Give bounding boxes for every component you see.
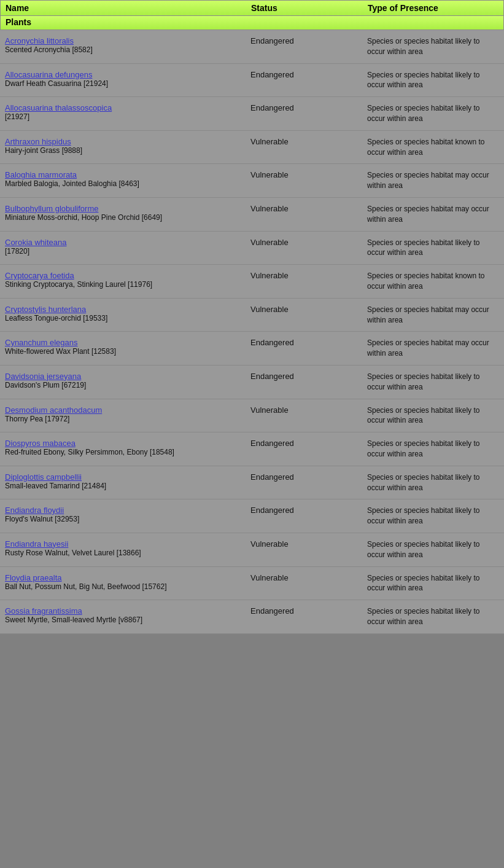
common-name: Ball Nut, Possum Nut, Big Nut, Beefwood …: [5, 582, 241, 591]
presence-cell: Species or species habitat likely to occ…: [362, 101, 504, 127]
presence-cell: Species or species habitat likely to occ…: [362, 369, 504, 395]
status-cell: Endangered: [246, 101, 362, 127]
species-link[interactable]: Acronychia littoralis: [5, 36, 241, 45]
name-cell: Diploglottis campbellii Small-leaved Tam…: [0, 470, 246, 496]
species-link[interactable]: Desmodium acanthodacum: [5, 405, 241, 415]
species-link[interactable]: Cryptostylis hunterlana: [5, 305, 241, 314]
table-row: Cryptostylis hunterlana Leafless Tongue-…: [0, 299, 504, 332]
table-row: Arthraxon hispidus Hairy-joint Grass [98…: [0, 131, 504, 165]
name-cell: Bulbophyllum globuliforme Miniature Moss…: [0, 201, 246, 227]
name-cell: Corokia whiteana [17820]: [0, 235, 246, 261]
table-row: Allocasuarina thalassoscopica [21927] En…: [0, 97, 504, 131]
common-name: Hairy-joint Grass [9888]: [5, 146, 241, 155]
common-name: Rusty Rose Walnut, Velvet Laurel [13866]: [5, 549, 241, 557]
name-cell: Acronychia littoralis Scented Acronychia…: [0, 34, 246, 60]
status-cell: Vulnerable: [246, 571, 362, 596]
name-cell: Allocasuarina thalassoscopica [21927]: [0, 101, 246, 127]
presence-cell: Species or species habitat may occur wit…: [362, 302, 504, 328]
status-cell: Endangered: [246, 68, 362, 93]
status-cell: Vulnerable: [246, 235, 362, 261]
presence-cell: Species or species habitat likely to occ…: [362, 436, 504, 462]
header-name: Name: [1, 1, 246, 15]
species-link[interactable]: Gossia fragrantissima: [5, 606, 241, 616]
species-link[interactable]: Cynanchum elegans: [5, 338, 241, 347]
table-row: Acronychia littoralis Scented Acronychia…: [0, 30, 504, 64]
name-cell: Cryptostylis hunterlana Leafless Tongue-…: [0, 302, 246, 328]
presence-cell: Species or species habitat likely to occ…: [362, 537, 504, 563]
name-cell: Davidsonia jerseyana Davidson's Plum [67…: [0, 369, 246, 395]
plants-table: Name Status Type of Presence Plants Acro…: [0, 0, 504, 634]
species-link[interactable]: Floydia praealta: [5, 573, 241, 582]
table-row: Baloghia marmorata Marbled Balogia, Join…: [0, 164, 504, 198]
name-cell: Gossia fragrantissima Sweet Myrtle, Smal…: [0, 604, 246, 630]
name-cell: Endiandra floydii Floyd's Walnut [32953]: [0, 503, 246, 529]
common-name: Floyd's Walnut [32953]: [5, 515, 241, 523]
name-cell: Arthraxon hispidus Hairy-joint Grass [98…: [0, 135, 246, 160]
presence-cell: Species or species habitat likely to occ…: [362, 235, 504, 261]
table-row: Floydia praealta Ball Nut, Possum Nut, B…: [0, 567, 504, 601]
species-link[interactable]: Allocasuarina defungens: [5, 70, 241, 79]
common-name: Leafless Tongue-orchid [19533]: [5, 314, 241, 323]
status-cell: Endangered: [246, 335, 362, 361]
species-link[interactable]: Allocasuarina thalassoscopica: [5, 103, 241, 112]
name-cell: Endiandra hayesii Rusty Rose Walnut, Vel…: [0, 537, 246, 563]
table-header: Name Status Type of Presence: [0, 0, 504, 16]
common-name: Thorny Pea [17972]: [5, 415, 241, 423]
species-link[interactable]: Bulbophyllum globuliforme: [5, 204, 241, 213]
status-cell: Vulnerable: [246, 201, 362, 227]
status-cell: Vulnerable: [246, 168, 362, 194]
common-name: Stinking Cryptocarya, Stinking Laurel [1…: [5, 280, 241, 289]
header-presence: Type of Presence: [363, 1, 504, 15]
table-body: Acronychia littoralis Scented Acronychia…: [0, 30, 504, 634]
status-cell: Endangered: [246, 604, 362, 630]
presence-cell: Species or species habitat may occur wit…: [362, 335, 504, 361]
species-link[interactable]: Diploglottis campbellii: [5, 472, 241, 482]
common-name: Scented Acronychia [8582]: [5, 45, 241, 54]
species-link[interactable]: Davidsonia jerseyana: [5, 372, 241, 381]
status-cell: Vulnerable: [246, 135, 362, 160]
presence-cell: Species or species habitat likely to occ…: [362, 403, 504, 429]
table-row: Bulbophyllum globuliforme Miniature Moss…: [0, 198, 504, 232]
presence-cell: Species or species habitat likely to occ…: [362, 34, 504, 60]
presence-cell: Species or species habitat known to occu…: [362, 135, 504, 160]
species-link[interactable]: Endiandra floydii: [5, 506, 241, 515]
common-name: Red-fruited Ebony, Silky Persimmon, Ebon…: [5, 448, 241, 456]
name-cell: Diospyros mabacea Red-fruited Ebony, Sil…: [0, 436, 246, 462]
table-row: Gossia fragrantissima Sweet Myrtle, Smal…: [0, 600, 504, 634]
species-link[interactable]: Cryptocarya foetida: [5, 271, 241, 280]
common-name: Miniature Moss-orchid, Hoop Pine Orchid …: [5, 213, 241, 222]
table-row: Davidsonia jerseyana Davidson's Plum [67…: [0, 366, 504, 399]
presence-cell: Species or species habitat likely to occ…: [362, 604, 504, 630]
status-cell: Vulnerable: [246, 302, 362, 328]
common-name: White-flowered Wax Plant [12583]: [5, 347, 241, 356]
status-cell: Endangered: [246, 436, 362, 462]
table-row: Endiandra hayesii Rusty Rose Walnut, Vel…: [0, 533, 504, 567]
species-link[interactable]: Diospyros mabacea: [5, 439, 241, 448]
species-link[interactable]: Corokia whiteana: [5, 238, 241, 247]
name-cell: Baloghia marmorata Marbled Balogia, Join…: [0, 168, 246, 194]
status-cell: Vulnerable: [246, 268, 362, 294]
table-row: Cryptocarya foetida Stinking Cryptocarya…: [0, 265, 504, 299]
status-cell: Endangered: [246, 503, 362, 529]
section-plants: Plants: [0, 16, 504, 30]
status-cell: Vulnerable: [246, 537, 362, 563]
table-row: Endiandra floydii Floyd's Walnut [32953]…: [0, 499, 504, 533]
species-link[interactable]: Arthraxon hispidus: [5, 137, 241, 146]
name-cell: Cryptocarya foetida Stinking Cryptocarya…: [0, 268, 246, 294]
table-row: Diospyros mabacea Red-fruited Ebony, Sil…: [0, 432, 504, 466]
common-name: Marbled Balogia, Jointed Baloghia [8463]: [5, 179, 241, 188]
presence-cell: Species or species habitat may occur wit…: [362, 168, 504, 194]
table-row: Allocasuarina defungens Dwarf Heath Casu…: [0, 64, 504, 98]
status-cell: Endangered: [246, 369, 362, 395]
common-name: Davidson's Plum [67219]: [5, 381, 241, 389]
presence-cell: Species or species habitat likely to occ…: [362, 571, 504, 596]
species-link[interactable]: Endiandra hayesii: [5, 539, 241, 549]
presence-cell: Species or species habitat likely to occ…: [362, 503, 504, 529]
name-cell: Cynanchum elegans White-flowered Wax Pla…: [0, 335, 246, 361]
common-name: Dwarf Heath Casuarina [21924]: [5, 79, 241, 88]
species-link[interactable]: Baloghia marmorata: [5, 170, 241, 179]
presence-cell: Species or species habitat likely to occ…: [362, 470, 504, 496]
common-name: Sweet Myrtle, Small-leaved Myrtle [v8867…: [5, 616, 241, 624]
table-row: Cynanchum elegans White-flowered Wax Pla…: [0, 332, 504, 366]
presence-cell: Species or species habitat known to occu…: [362, 268, 504, 294]
